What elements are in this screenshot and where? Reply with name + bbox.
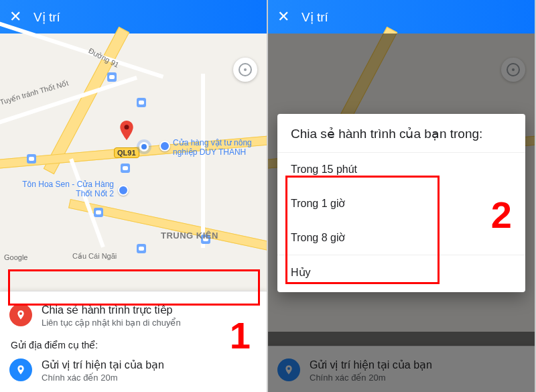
transit-stop-icon [27, 154, 36, 164]
transit-stop-icon [137, 98, 146, 107]
transit-stop-icon [94, 208, 103, 217]
transit-stop-icon [121, 164, 130, 173]
road-sec-3 [201, 74, 205, 248]
option-1-hour[interactable]: Trong 1 giờ [277, 186, 525, 220]
svg-point-0 [124, 125, 129, 129]
close-icon[interactable]: ✕ [277, 8, 289, 25]
google-attribution: Google [4, 253, 27, 261]
header-title: Vị trí [302, 9, 328, 25]
option-15-min[interactable]: Trong 15 phút [277, 153, 525, 186]
road-main-3 [68, 199, 268, 253]
current-location-dot-icon [139, 142, 149, 151]
poi-label[interactable]: Tôn Hoa Sen - Cửa Hàng Thốt Nốt 2 [13, 180, 114, 199]
app-header: ✕ Vị trí [0, 0, 267, 34]
poi-marker-icon[interactable] [118, 185, 129, 196]
poi-label[interactable]: Cửa hàng vật tư nông nghiệp DUY THANH [173, 138, 260, 157]
share-duration-dialog: Chia sẻ hành trình của bạn trong: Trong … [277, 114, 525, 292]
pin-icon [9, 304, 32, 326]
bridge-label: Cầu Cái Ngãi [72, 252, 117, 261]
transit-stop-icon [137, 244, 146, 253]
send-current-location-row[interactable]: Gửi vị trí hiện tại của bạn Chính xác đế… [0, 353, 267, 388]
transit-stop-icon [201, 235, 210, 244]
share-live-trip-row[interactable]: Chia sẻ hành trình trực tiếp Liên tục cậ… [0, 298, 267, 333]
section-label: Gửi địa điểm cụ thể: [0, 333, 267, 353]
current-loc-subtitle: Chính xác đến 20m [42, 373, 164, 383]
share-live-subtitle: Liên tục cập nhật khi bạn di chuyển [42, 318, 181, 328]
pin-icon [9, 358, 32, 381]
screenshot-step-1: ✕ Vị trí Đường 91 Tuyến tránh Thốt Nốt Q… [0, 0, 268, 392]
header-title: Vị trí [34, 9, 60, 25]
recenter-button[interactable] [233, 58, 257, 82]
share-sheet: Chia sẻ hành trình trực tiếp Liên tục cậ… [0, 291, 267, 392]
route-shield: QL91 [114, 147, 139, 158]
option-8-hours[interactable]: Trong 8 giờ [277, 220, 525, 255]
close-icon[interactable]: ✕ [9, 8, 21, 25]
option-cancel[interactable]: Hủy [277, 255, 525, 289]
poi-marker-icon[interactable] [159, 141, 170, 151]
app-header: ✕ Vị trí [268, 0, 535, 34]
current-loc-title: Gửi vị trí hiện tại của bạn [42, 358, 164, 371]
dialog-title: Chia sẻ hành trình của bạn trong: [277, 126, 525, 152]
screenshot-step-2: ✕ Vị trí Gửi vị trí hiện tại của bạn Chí… [268, 0, 536, 392]
transit-stop-icon [107, 72, 117, 82]
share-live-title: Chia sẻ hành trình trực tiếp [42, 304, 181, 316]
location-pin-icon [119, 121, 134, 135]
